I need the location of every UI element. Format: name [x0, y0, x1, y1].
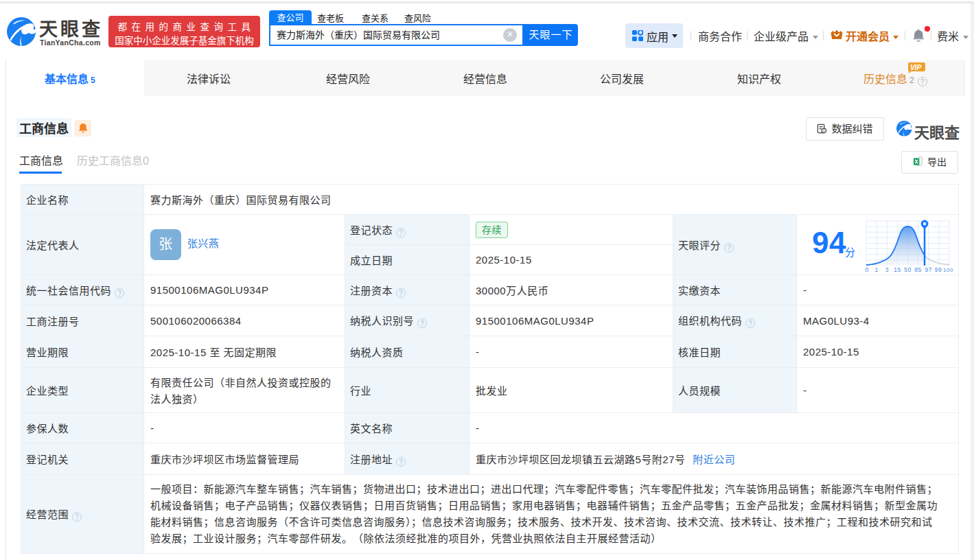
svg-text:99: 99: [935, 266, 942, 273]
svg-text:15: 15: [894, 266, 901, 273]
svg-text:85: 85: [914, 266, 921, 273]
svg-text:VIP: VIP: [910, 64, 921, 71]
svg-text:97: 97: [925, 266, 932, 273]
svg-text:3: 3: [885, 266, 889, 273]
svg-text:100: 100: [943, 267, 953, 273]
svg-text:0: 0: [865, 266, 868, 273]
svg-text:50: 50: [904, 266, 911, 273]
svg-text:1: 1: [874, 266, 878, 273]
